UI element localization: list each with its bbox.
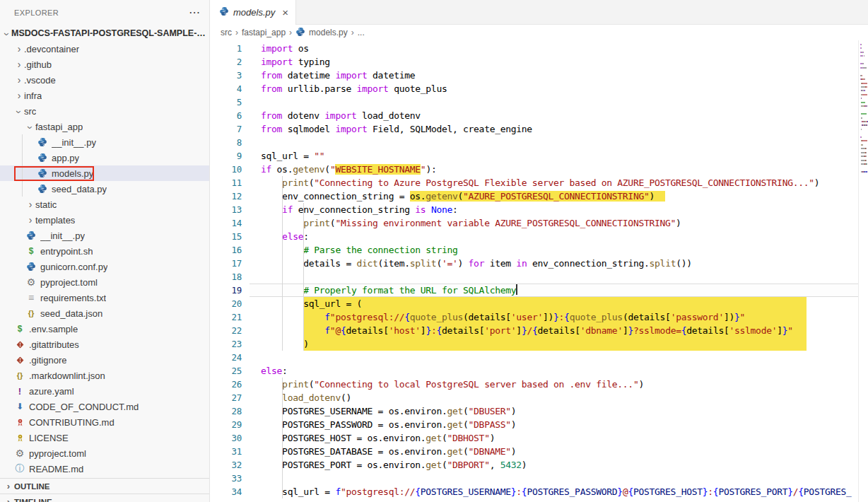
tree-item-gitignore[interactable]: .gitignore <box>0 352 209 368</box>
tree-item-src[interactable]: ›src <box>0 103 209 119</box>
tree-item-infra[interactable]: ›infra <box>0 88 209 103</box>
code-line-10[interactable]: if os.getenv("WEBSITE_HOSTNAME"): <box>250 163 859 176</box>
code-line-26[interactable]: print("Connecting to local PostgreSQL se… <box>250 378 859 391</box>
line-number[interactable]: 30 <box>211 431 242 445</box>
line-number[interactable]: 15 <box>211 230 242 243</box>
tree-item-license[interactable]: LICENSE <box>0 430 209 445</box>
code-line-15[interactable]: else: <box>250 230 859 243</box>
tree-item-init-py[interactable]: __init__.py <box>0 134 209 150</box>
code-editor[interactable]: 1234567891011121314151617181920212223242… <box>211 40 868 502</box>
breadcrumb-item-symbols[interactable]: ... <box>358 28 365 37</box>
breadcrumb-item-src[interactable]: src <box>221 28 232 37</box>
code-line-25[interactable]: else: <box>250 364 859 378</box>
line-number[interactable]: 16 <box>211 243 242 257</box>
line-number[interactable]: 9 <box>211 149 242 163</box>
sidebar-section-timeline[interactable]: › TIMELINE <box>0 494 209 502</box>
code-line-7[interactable]: from sqlmodel import Field, SQLModel, cr… <box>250 122 859 136</box>
line-number[interactable]: 6 <box>211 109 242 122</box>
code-line-31[interactable]: POSTGRES_DATABASE = os.environ.get("DBNA… <box>250 445 859 458</box>
tree-item-code-of-conduct-md[interactable]: ⬇CODE_OF_CONDUCT.md <box>0 399 209 414</box>
line-number[interactable]: 21 <box>211 310 242 324</box>
tree-item-templates[interactable]: ›templates <box>0 212 209 228</box>
minimap[interactable] <box>858 40 868 502</box>
tree-item-vscode[interactable]: ›.vscode <box>0 72 209 88</box>
close-icon[interactable]: × <box>282 6 288 18</box>
tree-item-fastapi-app[interactable]: ›fastapi_app <box>0 119 209 134</box>
line-number[interactable]: 32 <box>211 458 242 472</box>
code-line-20[interactable]: sql_url = ( <box>250 297 859 310</box>
code-line-21[interactable]: f"postgresql://{quote_plus(details['user… <box>250 310 859 324</box>
tree-item-init-py[interactable]: __init__.py <box>0 228 209 243</box>
line-number[interactable]: 14 <box>211 216 242 230</box>
tree-item-models-py[interactable]: models.py <box>0 165 209 181</box>
tree-item-seed-data-py[interactable]: seed_data.py <box>0 181 209 197</box>
tree-item-pyproject-toml[interactable]: ⚙pyproject.toml <box>0 274 209 290</box>
line-number[interactable]: 29 <box>211 418 242 431</box>
tree-item-azure-yaml[interactable]: !azure.yaml <box>0 383 209 399</box>
code-line-1[interactable]: import os <box>250 42 859 55</box>
tree-item-msdocs-fastapi-postgresql-sample-app-git[interactable]: ›MSDOCS-FASTAPI-POSTGRESQL-SAMPLE-APP [G… <box>0 25 209 41</box>
line-number[interactable]: 23 <box>211 337 242 351</box>
line-number[interactable]: 19 <box>211 284 242 297</box>
code-line-13[interactable]: if env_connection_string is None: <box>250 203 859 216</box>
line-number[interactable]: 1 <box>211 42 242 55</box>
tree-item-app-py[interactable]: app.py <box>0 150 209 165</box>
code-line-2[interactable]: import typing <box>250 55 859 69</box>
code-line-8[interactable] <box>250 136 859 149</box>
code-line-19[interactable]: # Properly format the URL for SQLAlchemy <box>250 284 859 297</box>
line-number[interactable]: 33 <box>211 472 242 485</box>
tree-item-contributing-md[interactable]: CONTRIBUTING.md <box>0 414 209 430</box>
line-number[interactable]: 22 <box>211 324 242 337</box>
line-number[interactable]: 27 <box>211 391 242 404</box>
tree-item-static[interactable]: ›static <box>0 197 209 212</box>
code-line-32[interactable]: POSTGRES_PORT = os.environ.get("DBPORT",… <box>250 458 859 472</box>
code-line-29[interactable]: POSTGRES_PASSWORD = os.environ.get("DBPA… <box>250 418 859 431</box>
line-number[interactable]: 20 <box>211 297 242 310</box>
breadcrumb-item-models-py[interactable]: models.py <box>309 28 348 37</box>
code-line-28[interactable]: POSTGRES_USERNAME = os.environ.get("DBUS… <box>250 404 859 418</box>
code-line-22[interactable]: f"@{details['host']}:{details['port']}/{… <box>250 324 859 337</box>
line-number[interactable]: 34 <box>211 485 242 498</box>
code-line-17[interactable]: details = dict(item.split('=') for item … <box>250 257 859 270</box>
code-line-4[interactable]: from urllib.parse import quote_plus <box>250 82 859 95</box>
breadcrumb-item-fastapi-app[interactable]: fastapi_app <box>242 28 286 37</box>
line-number[interactable]: 8 <box>211 136 242 149</box>
tree-item-gunicorn-conf-py[interactable]: gunicorn.conf.py <box>0 259 209 274</box>
line-number[interactable]: 18 <box>211 270 242 284</box>
code-line-9[interactable]: sql_url = "" <box>250 149 859 163</box>
tree-item-gitattributes[interactable]: .gitattributes <box>0 337 209 352</box>
tree-item-seed-data-json[interactable]: {}seed_data.json <box>0 305 209 321</box>
code-line-18[interactable] <box>250 270 859 284</box>
code-line-5[interactable] <box>250 95 859 109</box>
code-line-11[interactable]: print("Connecting to Azure PostgreSQL Fl… <box>250 176 859 189</box>
code-line-16[interactable]: # Parse the connection string <box>250 243 859 257</box>
line-number[interactable]: 2 <box>211 55 242 69</box>
line-number[interactable]: 13 <box>211 203 242 216</box>
line-number[interactable]: 4 <box>211 82 242 95</box>
tree-item-devcontainer[interactable]: ›.devcontainer <box>0 41 209 57</box>
code-line-6[interactable]: from dotenv import load_dotenv <box>250 109 859 122</box>
tree-item-github[interactable]: ›.github <box>0 57 209 72</box>
line-number[interactable]: 24 <box>211 351 242 364</box>
code-line-24[interactable] <box>250 351 859 364</box>
tree-item-markdownlint-json[interactable]: {}.markdownlint.json <box>0 368 209 383</box>
code-line-27[interactable]: load_dotenv() <box>250 391 859 404</box>
code-line-12[interactable]: env_connection_string = os.getenv("AZURE… <box>250 189 859 203</box>
line-number[interactable]: 7 <box>211 122 242 136</box>
code-line-30[interactable]: POSTGRES_HOST = os.environ.get("DBHOST") <box>250 431 859 445</box>
line-number[interactable]: 5 <box>211 95 242 109</box>
tree-item-entrypoint-sh[interactable]: $entrypoint.sh <box>0 243 209 259</box>
line-number[interactable]: 11 <box>211 176 242 189</box>
code-line-23[interactable]: ) <box>250 337 859 351</box>
line-number[interactable]: 10 <box>211 163 242 176</box>
line-number[interactable]: 25 <box>211 364 242 378</box>
line-number[interactable]: 3 <box>211 69 242 82</box>
tab-models-py[interactable]: models.py × <box>211 0 296 25</box>
tree-item-env-sample[interactable]: $.env.sample <box>0 321 209 337</box>
code-line-34[interactable]: sql_url = f"postgresql://{POSTGRES_USERN… <box>250 485 859 498</box>
tree-item-pyproject-toml[interactable]: ⚙pyproject.toml <box>0 445 209 461</box>
line-number[interactable]: 28 <box>211 404 242 418</box>
code-line-14[interactable]: print("Missing environment variable AZUR… <box>250 216 859 230</box>
line-number[interactable]: 17 <box>211 257 242 270</box>
line-number[interactable]: 12 <box>211 189 242 203</box>
